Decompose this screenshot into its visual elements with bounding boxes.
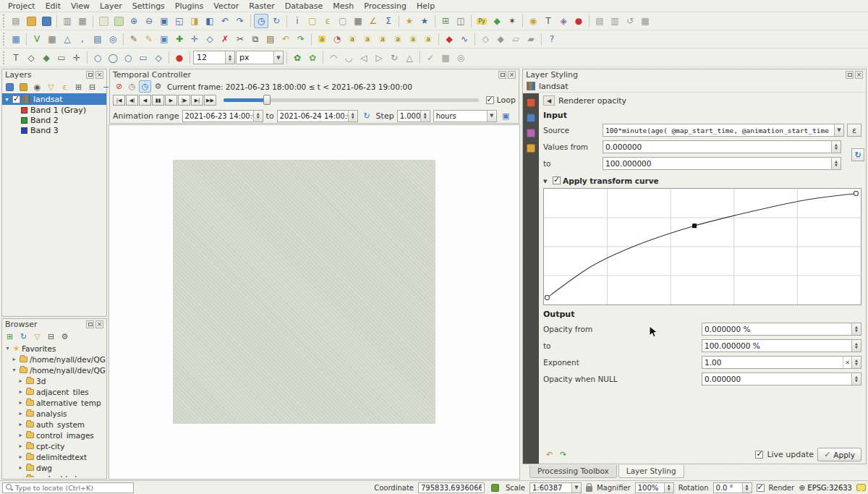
add-database-layer-icon[interactable]: ▤: [90, 32, 105, 46]
step-unit-combo[interactable]: hours: [433, 110, 497, 122]
expander-icon[interactable]: ▸: [17, 388, 24, 395]
circle-from-2points-icon[interactable]: ○: [90, 51, 105, 65]
rectangle-digitize-icon[interactable]: ▭: [136, 51, 150, 65]
zoom-to-selection-icon[interactable]: ◨: [187, 14, 202, 28]
scale-combo[interactable]: 1:60387: [529, 482, 582, 493]
dropdown-arrow[interactable]: [834, 124, 843, 136]
copy-features-icon[interactable]: ⧉: [248, 32, 263, 46]
spin-buttons[interactable]: [831, 141, 841, 153]
add-group-icon[interactable]: [17, 81, 30, 93]
expression-builder-button[interactable]: [847, 124, 861, 137]
dropdown-arrow[interactable]: [571, 483, 581, 493]
highlight-labels-icon[interactable]: a: [360, 32, 375, 46]
crs-status[interactable]: EPSG:32633: [799, 483, 852, 493]
opacity-to-input[interactable]: 100.000000 %: [702, 339, 861, 352]
record-macro-icon[interactable]: ●: [571, 14, 586, 28]
step-forward-button[interactable]: |▶: [178, 95, 190, 106]
circle-from-3points-icon[interactable]: ◯: [106, 51, 120, 65]
browser-item-delimitedtext[interactable]: ▸delimitedtext: [2, 451, 106, 462]
menu-raster[interactable]: Raster: [244, 1, 279, 12]
new-project-icon[interactable]: ▤: [9, 14, 23, 28]
pan-map-icon[interactable]: [96, 14, 111, 28]
spin-buttons[interactable]: [851, 323, 861, 335]
close-panel-icon[interactable]: [508, 71, 516, 79]
check-geometries-icon[interactable]: ✓: [423, 51, 438, 65]
locate-box[interactable]: [2, 482, 134, 493]
browser-item-favorites[interactable]: ▾★Favorites: [2, 343, 106, 354]
layout-manager-icon[interactable]: ▦: [75, 14, 90, 28]
open-layer-styling-icon[interactable]: [4, 81, 16, 93]
temporal-settings-icon[interactable]: ⚙: [152, 80, 164, 93]
menu-edit[interactable]: Edit: [41, 1, 66, 12]
data-source-manager-icon[interactable]: ▦: [9, 32, 23, 46]
range-start-input[interactable]: 2021-06-23 14:00:00: [182, 110, 263, 122]
float-panel-icon[interactable]: [86, 71, 94, 79]
cut-features-icon[interactable]: ✂: [233, 32, 247, 46]
text-callout-icon[interactable]: T: [541, 14, 556, 28]
new-svg-annotation-icon[interactable]: ◆: [39, 51, 54, 65]
zoom-native-icon[interactable]: ▣: [157, 14, 171, 28]
opacity-null-input[interactable]: 0.000000: [702, 372, 861, 386]
float-panel-icon[interactable]: [498, 71, 506, 79]
spin-buttons[interactable]: [664, 483, 673, 493]
saga-tools-icon[interactable]: ✿: [305, 51, 320, 65]
menu-database[interactable]: Database: [280, 1, 328, 12]
curve-control-point[interactable]: [545, 295, 549, 299]
show-hide-labels-icon[interactable]: a: [375, 32, 390, 46]
map-canvas[interactable]: [109, 124, 520, 480]
filter-by-expression-icon[interactable]: ε: [59, 81, 71, 93]
zoom-in-icon[interactable]: ⊕: [127, 14, 141, 28]
history-icon[interactable]: ↺: [623, 14, 637, 28]
lock-scale-icon[interactable]: [586, 486, 592, 492]
zoom-last-icon[interactable]: ↶: [218, 14, 232, 28]
mesh-digitizing-icon[interactable]: ◇: [478, 32, 493, 46]
select-by-expression-icon[interactable]: ε: [320, 14, 335, 28]
close-panel-icon[interactable]: [95, 71, 103, 79]
new-print-layout-icon[interactable]: ▥: [60, 14, 75, 28]
add-raster-layer-icon[interactable]: ▦: [45, 32, 59, 46]
tab-processing-toolbox[interactable]: Processing Toolbox: [529, 465, 617, 478]
apply-button[interactable]: Apply: [817, 448, 861, 461]
browser-item-auth-system[interactable]: ▸auth_system: [2, 419, 106, 430]
export-map-icon[interactable]: ▤: [592, 14, 607, 28]
spin-buttons[interactable]: [851, 340, 861, 352]
font-unit-combo[interactable]: px: [236, 51, 284, 64]
export-animation-icon[interactable]: ▣: [500, 110, 512, 122]
manage-map-themes-icon[interactable]: ◉: [31, 81, 43, 93]
expander-icon[interactable]: ▸: [17, 399, 24, 406]
pan-to-selection-icon[interactable]: [111, 14, 126, 28]
style-undo-icon[interactable]: ↶: [543, 448, 556, 461]
collapse-browser-icon[interactable]: ⊟: [45, 331, 57, 343]
rotation-input[interactable]: 0.0 °: [713, 482, 752, 493]
browser-item-alternative-temp-[interactable]: ▸alternative_temp_: [2, 397, 106, 408]
add-feature-icon[interactable]: ✚: [172, 32, 187, 46]
gps-tools-icon[interactable]: ◎: [454, 51, 468, 65]
add-vector-layer-icon[interactable]: V: [30, 32, 44, 46]
rotate-feature-icon[interactable]: ↻: [387, 51, 401, 65]
menu-help[interactable]: Help: [412, 1, 440, 12]
locate-input[interactable]: [15, 484, 130, 492]
coordinate-input[interactable]: [418, 482, 485, 493]
add-web-layer-icon[interactable]: ◎: [106, 32, 120, 46]
move-label-icon[interactable]: a: [391, 32, 405, 46]
expander-icon[interactable]: ▸: [17, 378, 24, 384]
expander-icon[interactable]: ▸: [17, 421, 24, 427]
layer-diagram-icon[interactable]: ◔: [330, 32, 344, 46]
menu-processing[interactable]: Processing: [359, 1, 412, 12]
expander-icon[interactable]: ▸: [17, 432, 24, 438]
live-update-checkbox[interactable]: [755, 451, 763, 459]
pin-labels-icon[interactable]: a: [345, 32, 359, 46]
debug-icon[interactable]: ✶: [505, 14, 519, 28]
browser-item--home-nyall-dev-qg[interactable]: ▾/home/nyall/dev/QG: [2, 365, 106, 375]
new-html-annotation-icon[interactable]: ◇: [24, 51, 38, 65]
curve-control-point[interactable]: [692, 223, 697, 228]
move-annotation-icon[interactable]: ✛: [69, 51, 84, 65]
expander-icon[interactable]: ▸: [11, 356, 17, 362]
curve-control-point[interactable]: [854, 191, 858, 195]
transparency-tab-icon[interactable]: [525, 112, 537, 124]
offset-curve-icon[interactable]: ◠: [326, 51, 341, 65]
loop-checkbox[interactable]: [486, 96, 494, 104]
spin-buttons[interactable]: [851, 357, 861, 368]
browser-item-control-images[interactable]: ▸control_images: [2, 430, 106, 440]
rotate-label-icon[interactable]: a: [406, 32, 420, 46]
